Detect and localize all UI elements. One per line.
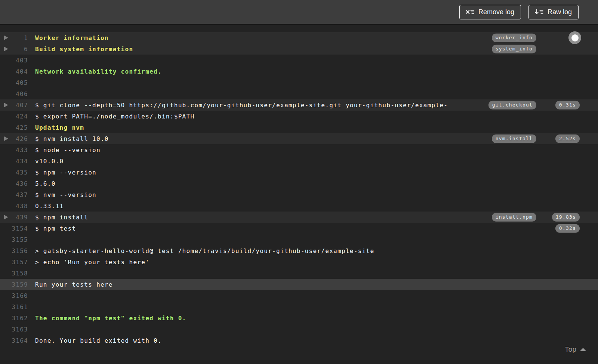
step-tag-badge: worker_info [492,34,536,42]
log-rows: 1Worker informationworker_info6Build sys… [0,32,598,346]
log-row: 433$ node --version [0,144,598,155]
log-line-text: $ npm install [35,214,88,221]
log-row: 424$ export PATH=./node_modules/.bin:$PA… [0,111,598,122]
log-line-text: $ export PATH=./node_modules/.bin:$PATH [35,113,194,120]
line-number[interactable]: 435 [0,169,28,176]
line-number[interactable]: 438 [0,203,28,210]
log-row: 3162The command "npm test" exited with 0… [0,312,598,324]
log-line-text: Updating nvm [35,124,84,131]
line-number[interactable]: 436 [0,180,28,187]
step-tag-badge: nvm.install [492,135,536,143]
log-line-text: 0.33.11 [35,203,64,210]
line-number[interactable]: 405 [0,79,28,86]
log-row: 3156> gatsby-starter-hello-world@ test /… [0,245,598,256]
log-line-text: $ npm test [35,225,76,232]
log-row: 3159Run your tests here [0,279,598,290]
log-row: 1Worker informationworker_info [0,32,598,43]
log-row: 4380.33.11 [0,200,598,212]
step-tag-badge: system_info [492,45,536,53]
log-row: 3154$ npm test0.32s [0,223,598,234]
log-row: 435$ npm --version [0,167,598,178]
duration-badge: 19.83s [552,213,580,222]
log-row: 406 [0,88,598,99]
log-line-text: $ npm --version [35,169,96,176]
line-number[interactable]: 3161 [0,303,28,311]
line-number[interactable]: 3155 [0,236,28,243]
log-line-text: v10.0.0 [35,158,64,165]
log-line-text: Network availability confirmed. [35,68,162,75]
line-number[interactable]: 403 [0,57,28,64]
duration-badge: 0.32s [555,224,580,233]
line-number[interactable]: 3159 [0,281,28,288]
log-line-text: The command "npm test" exited with 0. [35,315,187,322]
line-number[interactable]: 3156 [0,247,28,255]
log-row: 405 [0,77,598,88]
remove-log-label: Remove log [478,9,514,15]
line-number[interactable]: 424 [0,113,28,120]
remove-log-icon [465,9,474,15]
log-line-text: 5.6.0 [35,180,56,187]
log-line-text: Run your tests here [35,281,113,288]
remove-log-button[interactable]: Remove log [459,5,521,19]
log-row: 3164Done. Your build exited with 0. [0,335,598,346]
log-row: 403 [0,55,598,66]
log-row: 3157> echo 'Run your tests here' [0,256,598,268]
caret-up-icon [580,348,586,351]
log-line-text: Done. Your build exited with 0. [35,337,162,344]
log-line-text: $ node --version [35,146,101,154]
line-number[interactable]: 3164 [0,337,28,344]
step-tag-badge: install.npm [492,213,536,222]
line-number[interactable]: 3160 [0,292,28,299]
log-line-text: > echo 'Run your tests here' [35,259,150,266]
line-number[interactable]: 3154 [0,225,28,232]
raw-log-label: Raw log [548,9,572,15]
fold-toggle-icon[interactable] [4,215,8,219]
fold-toggle-icon[interactable] [4,36,8,40]
log-row: 426$ nvm install 10.0nvm.install2.52s [0,133,598,144]
log-row: 3158 [0,268,598,279]
line-number[interactable]: 425 [0,124,28,131]
line-number[interactable]: 404 [0,68,28,75]
scroll-to-top-link[interactable]: Top [565,345,586,354]
raw-log-button[interactable]: Raw log [528,5,579,19]
line-number[interactable]: 406 [0,90,28,98]
log-row: 407$ git clone --depth=50 https://github… [0,99,598,111]
fold-toggle-icon[interactable] [4,47,8,51]
log-line-text: Worker information [35,34,109,41]
log-line-text: $ git clone --depth=50 https://github.co… [35,102,448,109]
log-row: 3161 [0,301,598,312]
toolbar: Remove log Raw log [0,0,598,25]
log-line-text: $ nvm --version [35,191,96,198]
log-row: 434v10.0.0 [0,155,598,167]
step-tag-badge: git.checkout [488,101,536,109]
log-line-text: $ nvm install 10.0 [35,135,109,142]
log-row: 3155 [0,234,598,245]
follow-log-toggle[interactable] [568,31,581,44]
top-link-label: Top [565,345,576,354]
duration-badge: 0.31s [555,101,580,109]
duration-badge: 2.52s [555,135,580,143]
log-line-text: > gatsby-starter-hello-world@ test /home… [35,247,374,255]
log-row: 437$ nvm --version [0,189,598,200]
line-number[interactable]: 3162 [0,315,28,322]
log-viewer: 1Worker informationworker_info6Build sys… [0,25,598,346]
fold-toggle-icon[interactable] [4,136,8,141]
line-number[interactable]: 3158 [0,270,28,277]
line-number[interactable]: 434 [0,158,28,165]
line-number[interactable]: 437 [0,191,28,198]
log-line-text: Build system information [35,46,133,53]
log-row: 439$ npm installinstall.npm19.83s [0,212,598,223]
log-row: 4365.6.0 [0,178,598,189]
log-row: 3163 [0,324,598,335]
fold-toggle-icon[interactable] [4,103,8,107]
log-row: 6Build system informationsystem_info [0,43,598,55]
log-row: 425Updating nvm [0,122,598,133]
log-row: 3160 [0,290,598,301]
line-number[interactable]: 433 [0,146,28,154]
raw-log-icon [534,9,543,15]
line-number[interactable]: 3157 [0,259,28,266]
log-row: 404Network availability confirmed. [0,66,598,77]
follow-log-dot-icon [571,34,579,41]
line-number[interactable]: 3163 [0,326,28,333]
